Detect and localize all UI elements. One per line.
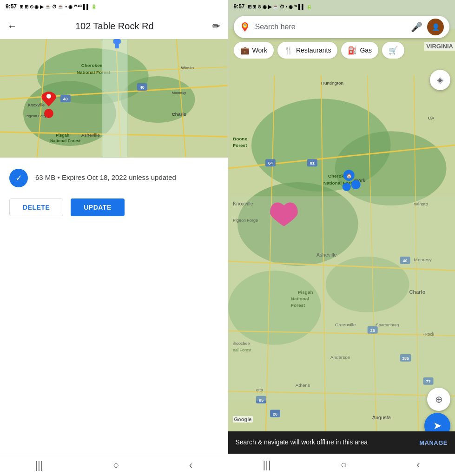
svg-point-32 bbox=[335, 131, 446, 205]
svg-rect-28 bbox=[113, 39, 121, 44]
svg-text:Forest: Forest bbox=[232, 143, 247, 148]
map-controls: ◈ bbox=[430, 70, 450, 90]
right-recent-apps-icon[interactable]: ||| bbox=[263, 459, 271, 471]
search-input[interactable]: Search here bbox=[255, 23, 407, 31]
info-text: 63 MB • Expires Oct 18, 2022 unless upda… bbox=[35, 169, 176, 183]
svg-text:Mooresy: Mooresy bbox=[172, 91, 186, 95]
info-row: ✓ 63 MB • Expires Oct 18, 2022 unless up… bbox=[9, 169, 218, 187]
svg-rect-90 bbox=[228, 196, 455, 401]
svg-text:Cherokee: Cherokee bbox=[81, 63, 103, 68]
svg-text:National Forest: National Forest bbox=[50, 139, 80, 143]
svg-text:40: 40 bbox=[63, 97, 68, 101]
signal-icon: ⊞ ⊞ ⊙ ◉ ▶ ☕ ⏱ ☕ bbox=[20, 4, 63, 9]
svg-text:G: G bbox=[244, 24, 246, 26]
left-nav-bar: ||| ○ ‹ bbox=[0, 454, 228, 476]
right-panel: 64 81 40 40 26 385 77 85 20 Boone Forest… bbox=[228, 0, 455, 476]
back-button[interactable]: ← bbox=[7, 21, 17, 32]
svg-text:81: 81 bbox=[310, 161, 314, 165]
work-chip-label: Work bbox=[252, 46, 267, 54]
battery-icon: • ◉ ᵂ ⁴ᴳ ▌▌ 🔋 bbox=[65, 4, 97, 9]
work-chip[interactable]: 💼 Work bbox=[234, 42, 274, 59]
right-home-icon[interactable]: ○ bbox=[341, 459, 347, 471]
svg-point-24 bbox=[44, 109, 53, 118]
home-icon[interactable]: ○ bbox=[113, 459, 119, 471]
svg-text:Winsto: Winsto bbox=[181, 66, 194, 70]
update-button[interactable]: UPDATE bbox=[71, 198, 125, 216]
map-preview[interactable]: 40 40 Knoxville Pigeon Forge Asheville C… bbox=[0, 39, 228, 158]
restaurants-chip[interactable]: 🍴 Restaurants bbox=[277, 42, 337, 59]
google-watermark: Google bbox=[233, 416, 253, 423]
svg-text:Asheville: Asheville bbox=[81, 132, 100, 138]
left-panel: 9:57 ⊞ ⊞ ⊙ ◉ ▶ ☕ ⏱ ☕ • ◉ ᵂ ⁴ᴳ ▌▌ 🔋 ← 102… bbox=[0, 0, 228, 476]
edit-button[interactable]: ✏ bbox=[212, 20, 220, 32]
right-back-nav-icon[interactable]: ‹ bbox=[417, 459, 420, 471]
svg-rect-26 bbox=[102, 39, 128, 158]
recent-apps-icon[interactable]: ||| bbox=[35, 459, 43, 471]
restaurants-icon: 🍴 bbox=[284, 46, 293, 55]
layers-button[interactable]: ◈ bbox=[430, 70, 450, 90]
svg-text:CA: CA bbox=[428, 115, 434, 120]
offline-banner-text: Search & navigate will work offline in t… bbox=[236, 438, 368, 447]
svg-text:Boone: Boone bbox=[232, 136, 247, 141]
my-location-button[interactable]: ⊕ bbox=[427, 388, 450, 411]
user-avatar[interactable]: 👤 bbox=[427, 19, 444, 35]
svg-text:Knoxville: Knoxville bbox=[28, 103, 45, 107]
svg-point-89 bbox=[342, 183, 350, 191]
left-header: ← 102 Table Rock Rd ✏ bbox=[0, 13, 228, 39]
delete-button[interactable]: DELETE bbox=[9, 198, 63, 216]
gas-chip-label: Gas bbox=[360, 46, 372, 54]
svg-text:🏠: 🏠 bbox=[346, 173, 352, 179]
info-section: ✓ 63 MB • Expires Oct 18, 2022 unless up… bbox=[0, 158, 228, 238]
left-status-bar: 9:57 ⊞ ⊞ ⊙ ◉ ▶ ☕ ⏱ ☕ • ◉ ᵂ ⁴ᴳ ▌▌ 🔋 bbox=[0, 0, 228, 13]
back-nav-icon[interactable]: ‹ bbox=[189, 459, 192, 471]
svg-text:Charlo: Charlo bbox=[172, 112, 187, 117]
manage-button[interactable]: MANAGE bbox=[419, 439, 448, 446]
right-status-icons: ⊞ ⊞ ⊙ ◉ ▶ ☕ ⏱ • ◉ ᵂ ▌▌ 🔋 bbox=[248, 4, 312, 9]
microphone-icon[interactable]: 🎤 bbox=[411, 21, 422, 33]
google-maps-logo: G bbox=[239, 21, 251, 33]
page-title: 102 Table Rock Rd bbox=[24, 21, 205, 32]
svg-text:40: 40 bbox=[140, 85, 145, 90]
svg-point-88 bbox=[351, 180, 360, 189]
filter-chips: 💼 Work 🍴 Restaurants ⛽ Gas 🛒 bbox=[234, 42, 450, 59]
gas-chip[interactable]: ⛽ Gas bbox=[341, 42, 378, 59]
svg-text:20: 20 bbox=[272, 412, 277, 416]
left-status-icons: ⊞ ⊞ ⊙ ◉ ▶ ☕ ⏱ ☕ • ◉ ᵂ ⁴ᴳ ▌▌ 🔋 bbox=[17, 4, 97, 9]
shopping-chip[interactable]: 🛒 bbox=[382, 42, 404, 59]
svg-text:Huntington: Huntington bbox=[321, 80, 343, 86]
button-row: DELETE UPDATE bbox=[9, 198, 218, 227]
svg-text:Pisgah: Pisgah bbox=[56, 133, 69, 138]
work-icon: 💼 bbox=[240, 46, 250, 55]
gas-icon: ⛽ bbox=[348, 46, 357, 55]
download-icon: ✓ bbox=[9, 169, 28, 187]
right-header: G Search here 🎤 👤 💼 Work 🍴 Restaurants ⛽… bbox=[228, 13, 455, 62]
right-status-bar: 9:57 ⊞ ⊞ ⊙ ◉ ▶ ☕ ⏱ • ◉ ᵂ ▌▌ 🔋 bbox=[228, 0, 455, 13]
svg-text:Augusta: Augusta bbox=[372, 415, 391, 420]
right-nav-bar: ||| ○ ‹ bbox=[228, 454, 455, 476]
search-bar[interactable]: G Search here 🎤 👤 bbox=[234, 16, 450, 38]
right-time: 9:57 bbox=[234, 3, 245, 10]
offline-banner: Search & navigate will work offline in t… bbox=[228, 431, 455, 454]
svg-text:64: 64 bbox=[268, 161, 272, 165]
left-time: 9:57 bbox=[6, 3, 17, 10]
svg-point-25 bbox=[46, 94, 51, 99]
restaurants-chip-label: Restaurants bbox=[296, 46, 331, 54]
cart-icon: 🛒 bbox=[389, 46, 398, 55]
